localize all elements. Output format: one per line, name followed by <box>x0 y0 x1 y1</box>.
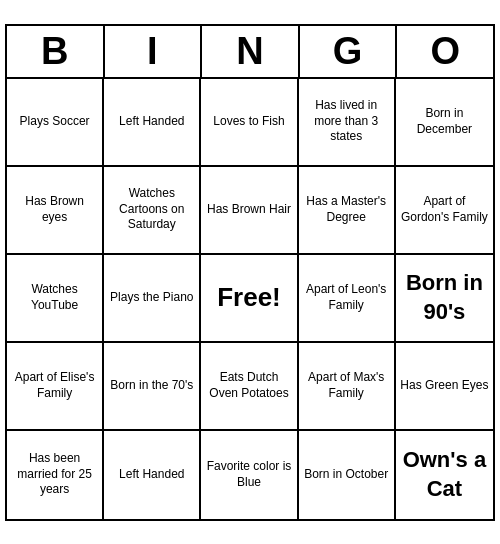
bingo-cell-1: Left Handed <box>104 79 201 167</box>
header-letter-b: B <box>7 26 105 77</box>
bingo-cell-4: Born in December <box>396 79 493 167</box>
bingo-cell-2: Loves to Fish <box>201 79 298 167</box>
bingo-header: BINGO <box>7 26 493 79</box>
bingo-cell-8: Has a Master's Degree <box>299 167 396 255</box>
bingo-cell-13: Apart of Leon's Family <box>299 255 396 343</box>
bingo-cell-15: Apart of Elise's Family <box>7 343 104 431</box>
header-letter-i: I <box>105 26 203 77</box>
bingo-cell-21: Left Handed <box>104 431 201 519</box>
bingo-cell-6: Watches Cartoons on Saturday <box>104 167 201 255</box>
bingo-cell-9: Apart of Gordon's Family <box>396 167 493 255</box>
bingo-cell-23: Born in October <box>299 431 396 519</box>
bingo-cell-7: Has Brown Hair <box>201 167 298 255</box>
header-letter-n: N <box>202 26 300 77</box>
header-letter-o: O <box>397 26 493 77</box>
bingo-cell-11: Plays the Piano <box>104 255 201 343</box>
bingo-card: BINGO Plays SoccerLeft HandedLoves to Fi… <box>5 24 495 521</box>
bingo-grid: Plays SoccerLeft HandedLoves to FishHas … <box>7 79 493 519</box>
bingo-cell-5: Has Brown eyes <box>7 167 104 255</box>
bingo-cell-17: Eats Dutch Oven Potatoes <box>201 343 298 431</box>
bingo-cell-24: Own's a Cat <box>396 431 493 519</box>
bingo-cell-12: Free! <box>201 255 298 343</box>
bingo-cell-18: Apart of Max's Family <box>299 343 396 431</box>
bingo-cell-16: Born in the 70's <box>104 343 201 431</box>
header-letter-g: G <box>300 26 398 77</box>
bingo-cell-10: Watches YouTube <box>7 255 104 343</box>
bingo-cell-3: Has lived in more than 3 states <box>299 79 396 167</box>
bingo-cell-20: Has been married for 25 years <box>7 431 104 519</box>
bingo-cell-0: Plays Soccer <box>7 79 104 167</box>
bingo-cell-14: Born in 90's <box>396 255 493 343</box>
bingo-cell-22: Favorite color is Blue <box>201 431 298 519</box>
bingo-cell-19: Has Green Eyes <box>396 343 493 431</box>
